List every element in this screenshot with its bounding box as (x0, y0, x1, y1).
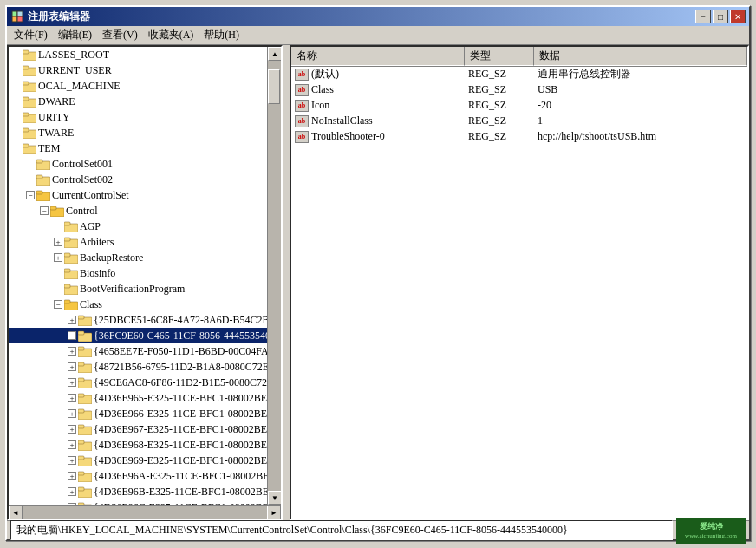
tree-item-label-guid5: {49CE6AC8-6F86-11D2-B1E5-0080C72E74A2} (94, 376, 267, 389)
list-row[interactable]: abTroubleShooter-0REG_SZhcp://help/tshoo… (291, 129, 747, 145)
col-header-data[interactable]: 数据 (534, 47, 747, 66)
tree-item-guid5[interactable]: + {49CE6AC8-6F86-11D2-B1E5-0080C72E74A2} (9, 375, 267, 390)
statusbar: 我的电脑\HKEY_LOCAL_MACHINE\SYSTEM\CurrentCo… (7, 520, 749, 539)
expand-btn-guid10[interactable]: + (68, 456, 76, 465)
scroll-up-button[interactable]: ▲ (268, 47, 281, 61)
restore-button[interactable]: □ (713, 10, 728, 23)
list-row[interactable]: abIconREG_SZ-20 (291, 98, 747, 114)
tree-item-label-lasses_root: LASSES_ROOT (38, 49, 109, 62)
expand-btn-currentcontrolset[interactable]: − (26, 191, 35, 199)
tree-item-controlset002[interactable]: ControlSet002 (9, 172, 267, 187)
tree-item-guid1[interactable]: + {25DBCE51-6C8F-4A72-8A6D-B54C2B4FC835} (9, 312, 267, 328)
tree-item-currentcontrolset[interactable]: − CurrentControlSet (9, 187, 267, 203)
expand-btn-arbiters[interactable]: + (54, 238, 62, 246)
tree-item-biosinfo[interactable]: Biosinfo (9, 265, 267, 281)
scroll-down-button[interactable]: ▼ (268, 491, 281, 505)
tree-item-guid10[interactable]: + {4D36E969-E325-11CE-BFC1-08002BE10318} (9, 453, 267, 468)
expand-btn-guid12[interactable]: + (68, 487, 76, 496)
cell-name-label: (默认) (311, 67, 339, 82)
tree-item-label-backuprestore: BackupRestore (80, 251, 143, 264)
tree-item-controlset001[interactable]: ControlSet001 (9, 156, 267, 172)
scroll-left-button[interactable]: ◄ (9, 506, 23, 519)
tree-item-urrent_user[interactable]: URRENT_USER (9, 62, 267, 78)
tree-scroll-area[interactable]: LASSES_ROOT URRENT_USER OCAL_MACHINE DWA… (9, 47, 267, 505)
list-content[interactable]: ab(默认)REG_SZ通用串行总线控制器abClassREG_SZUSBabI… (291, 67, 747, 519)
svg-rect-1 (17, 11, 23, 16)
tree-item-dware[interactable]: DWARE (9, 94, 267, 109)
folder-icon-biosinfo (64, 266, 78, 280)
col-header-type[interactable]: 类型 (465, 47, 534, 66)
scroll-right-button[interactable]: ► (267, 506, 281, 519)
titlebar: 注册表编辑器 − □ ✕ (7, 7, 749, 26)
tree-item-guid11[interactable]: + {4D36E96A-E325-11CE-BFC1-08002BE10318} (9, 468, 267, 484)
folder-icon-guid9 (78, 438, 92, 452)
folder-icon-bootverification (64, 282, 78, 296)
tree-vertical-scrollbar[interactable]: ▲ ▼ (267, 47, 281, 505)
tree-item-guid6[interactable]: + {4D36E965-E325-11CE-BFC1-08002BE10318} (9, 390, 267, 406)
tree-item-guid9[interactable]: + {4D36E968-E325-11CE-BFC1-08002BE10318} (9, 437, 267, 453)
tree-item-ocal_machine[interactable]: OCAL_MACHINE (9, 78, 267, 94)
tree-item-tware[interactable]: TWARE (9, 125, 267, 140)
menu-item-v[interactable]: 查看(V) (97, 26, 143, 44)
svg-rect-7 (23, 66, 29, 69)
tree-item-guid2[interactable]: + {36FC9E60-C465-11CF-8056-444553540000} (9, 328, 267, 343)
tree-item-agp[interactable]: AGP (9, 219, 267, 234)
tree-item-tem[interactable]: TEM (9, 140, 267, 156)
svg-rect-5 (23, 50, 29, 54)
folder-icon-guid2 (78, 329, 92, 342)
expand-btn-guid11[interactable]: + (68, 472, 76, 480)
expand-btn-guid2[interactable]: + (68, 331, 76, 340)
tree-item-label-dware: DWARE (38, 95, 75, 108)
tree-item-guid7[interactable]: + {4D36E966-E325-11CE-BFC1-08002BE10318} (9, 406, 267, 421)
tree-item-guid12[interactable]: + {4D36E96B-E325-11CE-BFC1-08002BE10318} (9, 484, 267, 499)
menubar: 文件(F)编辑(E)查看(V)收藏夹(A)帮助(H) (7, 26, 749, 45)
tree-item-bootverification[interactable]: BootVerificationProgram (9, 281, 267, 297)
expand-btn-guid4[interactable]: + (68, 362, 76, 371)
expand-btn-guid6[interactable]: + (68, 394, 76, 402)
scroll-track[interactable] (268, 61, 281, 491)
close-button[interactable]: ✕ (730, 10, 746, 23)
svg-rect-37 (64, 300, 70, 303)
svg-rect-43 (78, 347, 84, 350)
tree-item-control[interactable]: − Control (9, 203, 267, 219)
menu-item-e[interactable]: 编辑(E) (53, 26, 97, 44)
scroll-thumb[interactable] (268, 69, 280, 104)
list-row[interactable]: ab(默认)REG_SZ通用串行总线控制器 (291, 67, 747, 82)
expand-btn-guid7[interactable]: + (68, 409, 76, 418)
expand-btn-class[interactable]: − (54, 300, 62, 309)
svg-rect-41 (78, 331, 84, 335)
tree-item-guid3[interactable]: + {4658EE7E-F050-11D1-B6BD-00C04FA372A7} (9, 343, 267, 359)
tree-item-arbiters[interactable]: + Arbiters (9, 234, 267, 250)
expand-btn-backuprestore[interactable]: + (54, 253, 62, 262)
tree-item-class[interactable]: − Class (9, 297, 267, 312)
cell-data: -20 (534, 99, 747, 112)
expand-btn-guid8[interactable]: + (68, 425, 76, 434)
minimize-button[interactable]: − (695, 10, 711, 23)
tree-item-lasses_root[interactable]: LASSES_ROOT (9, 47, 267, 62)
tree-item-guid4[interactable]: + {48721B56-6795-11D2-B1A8-0080C72E74A2} (9, 359, 267, 375)
tree-item-label-control: Control (66, 205, 98, 218)
panel-splitter[interactable] (283, 45, 286, 520)
list-row[interactable]: abNoInstallClassREG_SZ1 (291, 114, 747, 129)
tree-item-backuprestore[interactable]: + BackupRestore (9, 250, 267, 265)
expand-btn-guid3[interactable]: + (68, 347, 76, 356)
expand-btn-guid9[interactable]: + (68, 440, 76, 449)
svg-rect-53 (78, 425, 84, 428)
expand-btn-guid5[interactable]: + (68, 378, 76, 387)
menu-item-f[interactable]: 文件(F) (9, 26, 53, 44)
col-header-name[interactable]: 名称 (291, 47, 465, 66)
folder-icon-dware (23, 95, 36, 108)
list-row[interactable]: abClassREG_SZUSB (291, 82, 747, 98)
svg-rect-33 (64, 269, 70, 272)
tree-item-urity[interactable]: URITY (9, 109, 267, 125)
expand-btn-control[interactable]: − (40, 206, 49, 215)
menu-item-h[interactable]: 帮助(H) (199, 26, 244, 44)
tree-item-guid8[interactable]: + {4D36E967-E325-11CE-BFC1-08002BE10318} (9, 421, 267, 437)
registry-tree-panel: LASSES_ROOT URRENT_USER OCAL_MACHINE DWA… (7, 45, 283, 520)
tree-horizontal-scrollbar[interactable]: ◄ ► (9, 505, 281, 519)
scroll-h-track[interactable] (23, 506, 267, 519)
tree-item-label-controlset001: ControlSet001 (52, 158, 113, 171)
menu-item-a[interactable]: 收藏夹(A) (143, 26, 199, 44)
svg-rect-61 (78, 487, 84, 491)
expand-btn-guid1[interactable]: + (68, 316, 76, 324)
